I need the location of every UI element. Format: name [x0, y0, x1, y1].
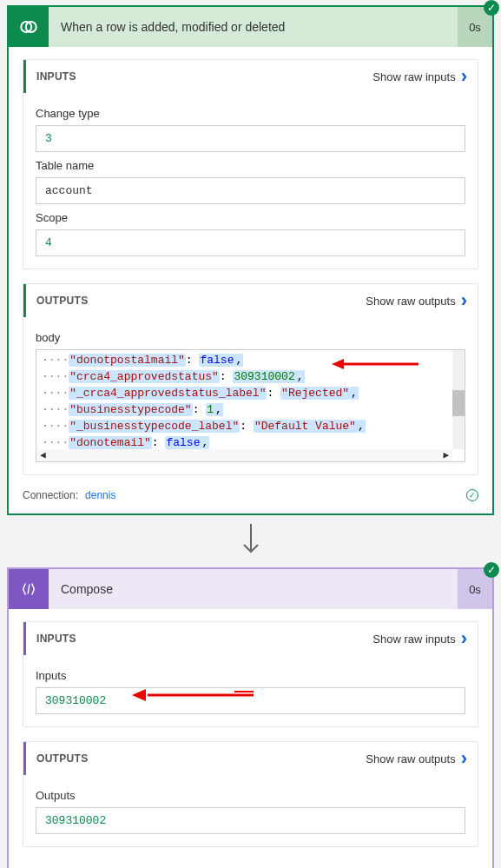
status-success-badge: ✓	[484, 0, 499, 16]
compose-header[interactable]: Compose 0s	[9, 569, 492, 609]
show-raw-inputs-link[interactable]: Show raw inputs ›	[372, 629, 467, 648]
status-success-badge: ✓	[484, 562, 499, 578]
connection-row: Connection: dennis ✓	[23, 489, 478, 501]
compose-icon	[9, 569, 49, 609]
outputs-value[interactable]: 309310002	[36, 807, 465, 834]
chevron-right-icon: ›	[461, 291, 467, 310]
change-type-value[interactable]: 3	[36, 125, 465, 152]
connection-link[interactable]: dennis	[85, 489, 115, 501]
outputs-heading: OUTPUTS	[36, 752, 366, 765]
table-name-value[interactable]: account	[36, 177, 465, 204]
compose-card: ✓ Compose 0s INPUTS Show raw inputs › In…	[7, 567, 494, 868]
outputs-heading: OUTPUTS	[36, 295, 366, 307]
check-icon: ✓	[466, 489, 478, 501]
compose-inputs-section: INPUTS Show raw inputs › Inputs 30931000…	[23, 621, 478, 727]
show-raw-inputs-link[interactable]: Show raw inputs ›	[372, 67, 467, 86]
connection-label: Connection:	[23, 489, 78, 501]
annotation-arrow-icon	[132, 683, 254, 704]
table-name-label: Table name	[36, 159, 465, 172]
scrollbar-thumb[interactable]	[452, 390, 465, 416]
chevron-right-icon: ›	[461, 629, 467, 648]
svg-line-5	[28, 585, 30, 594]
scope-value[interactable]: 4	[36, 229, 465, 256]
chevron-right-icon: ›	[461, 67, 467, 86]
compose-outputs-section: OUTPUTS Show raw outputs › Outputs 30931…	[23, 741, 478, 847]
scrollbar-horizontal[interactable]: ▶▶	[36, 449, 452, 461]
json-body-viewer[interactable]: ····"donotpostalmail": false,····"crca4_…	[36, 349, 465, 462]
svg-marker-8	[132, 689, 146, 701]
inputs-section: INPUTS Show raw inputs › Change type 3 T…	[23, 59, 478, 269]
trigger-header[interactable]: When a row is added, modified or deleted…	[9, 7, 492, 47]
body-label: body	[36, 331, 465, 344]
inputs-heading: INPUTS	[36, 70, 372, 83]
outputs-label: Outputs	[36, 789, 465, 802]
show-raw-outputs-link[interactable]: Show raw outputs ›	[366, 291, 467, 310]
trigger-title: When a row is added, modified or deleted	[49, 20, 458, 34]
change-type-label: Change type	[36, 107, 465, 120]
trigger-card: ✓ When a row is added, modified or delet…	[7, 5, 494, 515]
inputs-heading: INPUTS	[36, 633, 372, 645]
flow-connector	[0, 520, 501, 562]
compose-title: Compose	[49, 582, 458, 596]
inputs-label: Inputs	[36, 669, 465, 682]
inputs-value[interactable]: 309310002	[36, 687, 465, 714]
show-raw-outputs-link[interactable]: Show raw outputs ›	[366, 749, 467, 768]
chevron-right-icon: ›	[461, 749, 467, 768]
dataverse-icon	[9, 7, 49, 47]
outputs-section: OUTPUTS Show raw outputs › body ····"don…	[23, 283, 478, 475]
scope-label: Scope	[36, 211, 465, 224]
